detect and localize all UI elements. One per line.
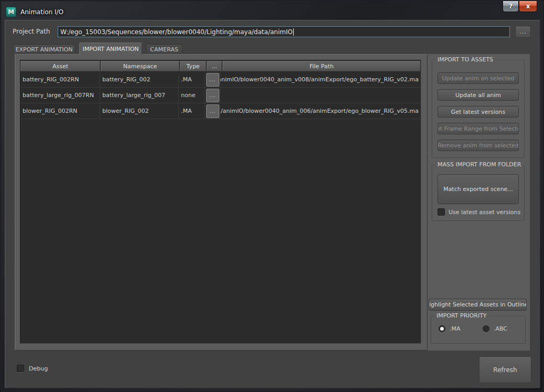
asset-cell[interactable]: battery_RIG_002RN	[20, 72, 100, 87]
abc-radio-row: .ABC	[483, 325, 507, 332]
asset-cell[interactable]: blower_RIG_002RN	[20, 103, 100, 119]
namespace-cell[interactable]: battery_RIG_002	[100, 72, 179, 87]
browse-cell: ...	[205, 88, 220, 103]
tab-import-animation[interactable]: IMPORT ANIMATION	[79, 43, 142, 55]
highlight-selected-assets-button[interactable]: Highlight Selected Assets in Outliner	[429, 299, 527, 311]
project-path-label: Project Path	[13, 28, 50, 35]
project-path-value: W:/ego_15003/Sequences/blower/blower0040…	[60, 28, 293, 36]
mass-import-group: MASS IMPORT FROM FOLDER Match exported s…	[432, 165, 525, 221]
type-cell[interactable]: .MA	[179, 103, 205, 119]
column-header-asset[interactable]: Asset	[20, 61, 100, 71]
column-header-browse[interactable]: ...	[207, 61, 222, 71]
table-row[interactable]: battery_RIG_002RN battery_RIG_002 .MA ..…	[20, 72, 421, 88]
project-path-input[interactable]: W:/ego_15003/Sequences/blower/blower0040…	[58, 26, 510, 37]
filepath-cell[interactable]: ya/data/animIO/blower0040_anim_006/animE…	[220, 103, 421, 119]
import-to-assets-group: IMPORT TO ASSETS Update anim on selected…	[432, 60, 525, 158]
column-header-type[interactable]: Type	[180, 61, 206, 71]
table-row[interactable]: blower_RIG_002RN blower_RIG_002 .MA ... …	[20, 103, 421, 119]
use-latest-versions-label: Use latest asset versions	[449, 209, 520, 216]
text-caret	[293, 28, 294, 36]
table-header: Asset Namespace Type ... File Path	[20, 60, 421, 72]
tab-export-animation[interactable]: EXPORT ANIMATION	[13, 44, 76, 55]
row-browse-button[interactable]: ...	[206, 73, 219, 87]
ma-radio-label: .MA	[450, 325, 461, 332]
titlebar[interactable]: M Animation I/O	[6, 5, 481, 19]
import-animation-panel: Asset Namespace Type ... File Path batte…	[15, 54, 428, 351]
ma-radio[interactable]	[439, 325, 445, 332]
use-latest-versions-row: Use latest asset versions	[438, 208, 520, 216]
right-panel: IMPORT TO ASSETS Update anim on selected…	[428, 54, 530, 351]
filepath-cell[interactable]: /data/animIO/blower0040_anim_v008/animEx…	[220, 72, 421, 87]
help-button[interactable]: ?	[503, 1, 519, 12]
column-header-namespace[interactable]: Namespace	[101, 61, 179, 71]
close-button[interactable]: x	[519, 1, 537, 12]
dialog-body: Project Path W:/ego_15003/Sequences/blow…	[5, 20, 540, 388]
type-cell[interactable]: none	[179, 88, 205, 103]
column-header-filepath[interactable]: File Path	[222, 61, 420, 71]
row-browse-button[interactable]: ...	[206, 104, 219, 118]
use-latest-versions-checkbox[interactable]	[438, 208, 445, 216]
filepath-cell[interactable]	[220, 88, 421, 103]
namespace-cell[interactable]: blower_RIG_002	[100, 103, 179, 119]
maya-icon: M	[6, 7, 16, 17]
abc-radio[interactable]	[483, 325, 489, 332]
abc-radio-label: .ABC	[494, 325, 507, 332]
browse-cell: ...	[205, 103, 220, 119]
get-latest-versions-button[interactable]: Get latest versions	[438, 106, 519, 118]
project-path-browse-button[interactable]: ...	[515, 26, 531, 38]
import-priority-group: IMPORT PRIORITY .MA .ABC	[431, 316, 526, 344]
group-title: IMPORT PRIORITY	[434, 312, 489, 319]
namespace-cell[interactable]: battery_large_rig_007	[100, 88, 179, 103]
asset-cell[interactable]: battery_large_rig_007RN	[20, 88, 100, 103]
debug-checkbox[interactable]	[17, 365, 24, 372]
get-frame-range-button[interactable]: Get Frame Range from Selected	[438, 123, 519, 134]
debug-row: Debug	[17, 365, 48, 372]
asset-table[interactable]: Asset Namespace Type ... File Path batte…	[20, 60, 421, 344]
type-cell[interactable]: .MA	[179, 72, 205, 87]
table-row[interactable]: battery_large_rig_007RN battery_large_ri…	[20, 88, 421, 103]
update-all-anim-button[interactable]: Update all anim	[438, 89, 519, 101]
group-title: IMPORT TO ASSETS	[435, 56, 495, 63]
window-title: Animation I/O	[20, 8, 63, 16]
group-title: MASS IMPORT FROM FOLDER	[435, 161, 523, 168]
update-anim-on-selected-button[interactable]: Update anim on selected	[438, 72, 519, 84]
ma-radio-row: .MA	[439, 325, 461, 332]
refresh-button[interactable]: Refresh	[479, 356, 531, 383]
debug-label: Debug	[29, 365, 48, 372]
remove-anim-button[interactable]: Remove anim from selected	[438, 140, 519, 151]
browse-cell: ...	[205, 72, 220, 87]
tab-cameras[interactable]: CAMERAS	[146, 44, 183, 55]
row-browse-button[interactable]: ...	[206, 89, 219, 102]
content-area: Asset Namespace Type ... File Path batte…	[15, 54, 530, 351]
match-exported-scene-button[interactable]: Match exported scene...	[438, 174, 519, 204]
window: M Animation I/O ? x Project Path W:/ego_…	[0, 0, 544, 392]
